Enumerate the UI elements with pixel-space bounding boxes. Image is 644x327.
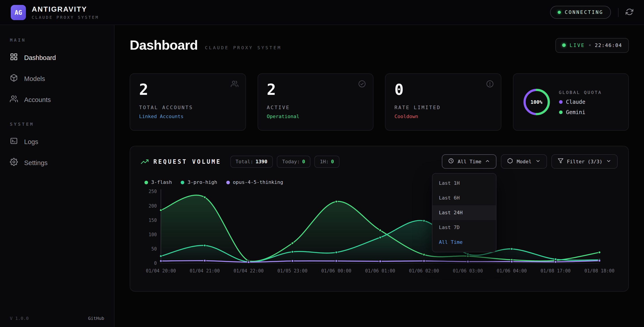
stat-sublabel: Operational <box>267 114 364 120</box>
separator-dot-icon <box>589 44 591 46</box>
stat-label: RATE LIMITED <box>394 105 492 110</box>
connection-status-label: CONNECTING <box>565 10 603 15</box>
quota-legend-claude: Claude <box>559 99 602 105</box>
stat-card-global-quota: 100% GLOBAL QUOTA Claude Gemini <box>513 73 629 130</box>
legend-label: Gemini <box>566 109 586 115</box>
sidebar-item-dashboard[interactable]: Dashboard <box>0 47 114 68</box>
dropdown-item-all-time[interactable]: All Time <box>433 235 496 250</box>
connection-status-badge[interactable]: CONNECTING <box>550 6 611 19</box>
sidebar-section-system: SYSTEM <box>0 122 114 126</box>
stat-sublabel: Cooldown <box>394 114 492 120</box>
app-root: AG ANTIGRAVITY CLAUDE PROXY SYSTEM CONNE… <box>0 0 644 327</box>
stat-card-active: 2 ACTIVE Operational <box>258 73 374 130</box>
sidebar-item-label: Accounts <box>24 96 51 103</box>
svg-text:01/04 21:00: 01/04 21:00 <box>190 268 220 274</box>
legend-label: 3-flash <box>151 180 172 185</box>
sidebar-item-settings[interactable]: Settings <box>0 152 114 173</box>
filter-button-label: Filter (3/3) <box>567 158 602 164</box>
quota-label: GLOBAL QUOTA <box>559 90 602 94</box>
model-button-label: Model <box>517 158 532 164</box>
badge-label: Total: <box>236 158 253 164</box>
badge-value: 0 <box>331 158 334 164</box>
request-volume-chart: 05010015020025001/04 20:0001/04 21:0001/… <box>141 187 618 285</box>
header-divider <box>618 8 618 17</box>
request-volume-card: REQUEST VOLUME Total:1390 Today:0 1H:0 A… <box>130 146 629 292</box>
main-content: Dashboard CLAUDE PROXY SYSTEM LIVE 22:46… <box>114 25 644 327</box>
svg-text:01/04 20:00: 01/04 20:00 <box>146 268 176 274</box>
filter-button[interactable]: Filter (3/3) <box>551 154 618 169</box>
badge-value: 0 <box>302 158 305 164</box>
users-icon <box>230 80 238 90</box>
svg-text:50: 50 <box>152 246 157 252</box>
stat-sublabel: Linked Accounts <box>139 114 236 120</box>
legend-item-3-flash[interactable]: 3-flash <box>144 180 172 185</box>
claude-dot-icon <box>559 100 562 104</box>
svg-text:01/06 01:00: 01/06 01:00 <box>365 268 395 274</box>
chevron-down-icon <box>535 158 540 165</box>
chart-legend: 3-flash 3-pro-high opus-4-5-thinking <box>144 180 618 185</box>
version-label: V 1.0.0 <box>10 316 28 321</box>
legend-label: 3-pro-high <box>188 180 217 185</box>
series-dot-icon <box>144 180 148 184</box>
sidebar: MAIN Dashboard Models Accounts SYSTEM Lo… <box>0 25 114 327</box>
legend-item-3-pro-high[interactable]: 3-pro-high <box>181 180 217 185</box>
badge-label: Today: <box>282 158 300 164</box>
stat-value: 0 <box>394 81 492 98</box>
today-badge: Today:0 <box>277 156 310 168</box>
stat-card-total-accounts: 2 TOTAL ACCOUNTS Linked Accounts <box>130 73 246 130</box>
chart-title: REQUEST VOLUME <box>154 158 221 165</box>
svg-text:100: 100 <box>148 232 157 237</box>
sidebar-item-models[interactable]: Models <box>0 68 114 89</box>
app-subtitle: CLAUDE PROXY SYSTEM <box>32 15 99 20</box>
app-name: ANTIGRAVITY <box>32 5 99 13</box>
chevron-down-icon <box>606 158 611 165</box>
svg-text:250: 250 <box>148 189 157 194</box>
alert-circle-icon <box>486 80 494 90</box>
brand: AG ANTIGRAVITY CLAUDE PROXY SYSTEM <box>11 5 99 20</box>
top-header: AG ANTIGRAVITY CLAUDE PROXY SYSTEM CONNE… <box>0 0 644 25</box>
svg-text:0: 0 <box>154 260 157 266</box>
clock-value: 22:46:04 <box>595 42 622 48</box>
sidebar-item-accounts[interactable]: Accounts <box>0 89 114 110</box>
sidebar-item-label: Models <box>24 75 45 82</box>
svg-text:200: 200 <box>148 203 157 209</box>
svg-text:01/08 18:00: 01/08 18:00 <box>584 268 614 274</box>
svg-text:01/04 22:00: 01/04 22:00 <box>234 268 264 274</box>
grid-icon <box>10 53 18 62</box>
time-range-button[interactable]: All Time <box>442 154 497 169</box>
model-filter-button[interactable]: Model <box>501 154 547 169</box>
dropdown-item-last-1h[interactable]: Last 1H <box>433 176 496 190</box>
series-dot-icon <box>226 180 230 184</box>
sidebar-item-logs[interactable]: Logs <box>0 131 114 152</box>
quota-ring-chart: 100% <box>522 88 551 116</box>
legend-label: opus-4-5-thinking <box>233 180 283 185</box>
cube-icon <box>10 74 18 83</box>
svg-text:01/05 23:00: 01/05 23:00 <box>278 268 308 274</box>
status-dot-icon <box>558 11 561 14</box>
svg-text:01/08 17:00: 01/08 17:00 <box>540 268 570 274</box>
svg-text:01/06 02:00: 01/06 02:00 <box>409 268 439 274</box>
dropdown-item-last-6h[interactable]: Last 6H <box>433 190 496 205</box>
total-badge: Total:1390 <box>230 156 273 168</box>
page-title: Dashboard <box>130 38 198 53</box>
check-circle-icon <box>358 80 366 90</box>
refresh-icon <box>626 8 633 17</box>
dropdown-item-last-24h[interactable]: Last 24H <box>433 205 496 220</box>
stat-label: TOTAL ACCOUNTS <box>139 105 236 110</box>
page-subtitle: CLAUDE PROXY SYSTEM <box>205 45 282 50</box>
series-dot-icon <box>181 180 184 184</box>
stat-label: ACTIVE <box>267 105 364 110</box>
app-logo: AG <box>11 5 26 20</box>
trending-up-icon <box>141 158 148 165</box>
refresh-button[interactable] <box>626 8 633 17</box>
dropdown-item-last-7d[interactable]: Last 7D <box>433 220 496 235</box>
live-status-badge: LIVE 22:46:04 <box>555 38 629 52</box>
stats-row: 2 TOTAL ACCOUNTS Linked Accounts 2 ACTIV… <box>130 73 629 130</box>
badge-value: 1390 <box>256 158 268 164</box>
quota-percent: 100% <box>522 88 551 116</box>
github-link[interactable]: GitHub <box>88 316 104 321</box>
sidebar-item-label: Logs <box>24 138 38 145</box>
quota-legend-gemini: Gemini <box>559 109 602 115</box>
legend-item-opus[interactable]: opus-4-5-thinking <box>226 180 283 185</box>
stat-value: 2 <box>267 81 364 98</box>
